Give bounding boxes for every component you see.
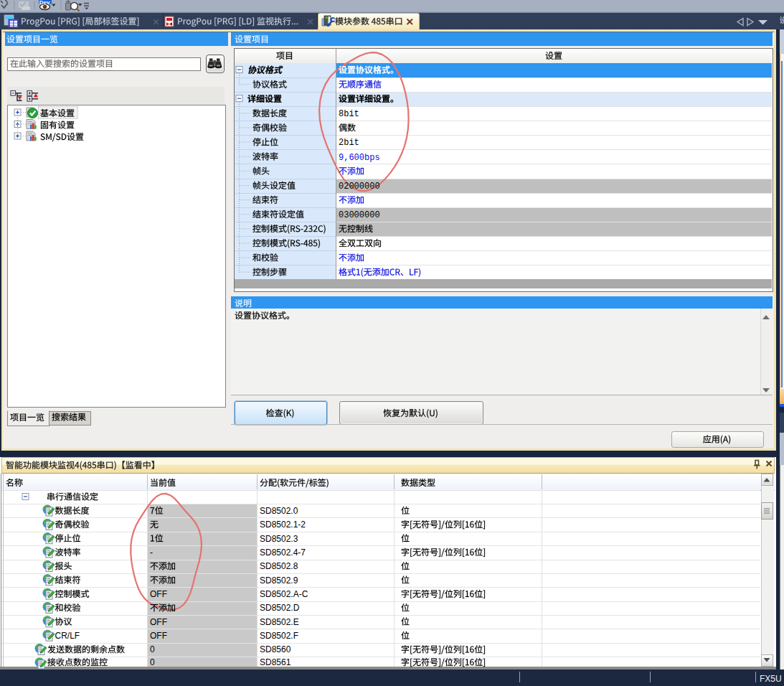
svg-text:SD8502.4-7: SD8502.4-7	[260, 548, 306, 558]
svg-text:SD8502.3: SD8502.3	[260, 534, 298, 544]
svg-text:03000000: 03000000	[339, 210, 380, 220]
svg-text:02000000: 02000000	[339, 182, 380, 192]
svg-text:SD8502.0: SD8502.0	[260, 506, 298, 516]
svg-text:SD8502.8: SD8502.8	[260, 561, 298, 571]
svg-text:9,600bps: 9,600bps	[339, 153, 380, 163]
svg-text:-: -	[150, 548, 153, 558]
svg-text:OFF: OFF	[150, 589, 167, 599]
svg-text:0: 0	[150, 644, 155, 654]
svg-text:SD8560: SD8560	[260, 644, 291, 654]
svg-text:SD8502.9: SD8502.9	[260, 575, 298, 586]
svg-text:OFF: OFF	[150, 617, 167, 627]
svg-text:SD8502.E: SD8502.E	[260, 617, 299, 627]
svg-text:0: 0	[150, 657, 155, 667]
svg-text:Dev: Dev	[39, 0, 50, 6]
svg-text:SD8502.A-C: SD8502.A-C	[260, 589, 308, 599]
svg-text:FX5U: FX5U	[760, 674, 782, 684]
svg-text:SD8502.D: SD8502.D	[260, 603, 300, 613]
svg-text:OFF: OFF	[150, 631, 167, 641]
svg-text:SD8502.F: SD8502.F	[260, 631, 298, 641]
svg-text:CR/LF: CR/LF	[55, 631, 80, 641]
svg-text:8bit: 8bit	[339, 109, 359, 119]
svg-text:SD8502.1-2: SD8502.1-2	[260, 520, 306, 530]
svg-text:SD8561: SD8561	[260, 657, 291, 667]
svg-text:2bit: 2bit	[339, 138, 359, 148]
